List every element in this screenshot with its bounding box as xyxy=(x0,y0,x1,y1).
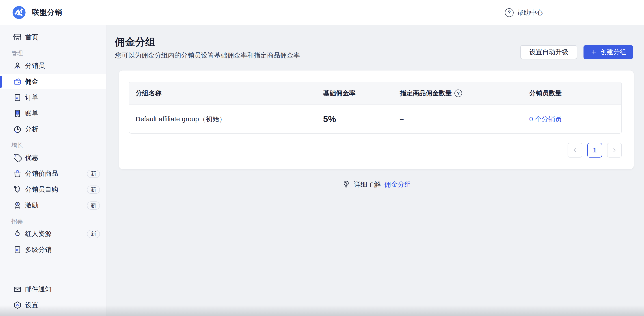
medal-icon xyxy=(13,201,22,210)
help-center-label: 帮助中心 xyxy=(517,8,543,17)
chevron-left-icon xyxy=(572,147,578,154)
sidebar-item-self-purchase[interactable]: 分销员自购 新 xyxy=(0,182,106,197)
table-row: Default affiliate group（初始） 5% – 0 个分销员 xyxy=(129,105,621,133)
sidebar-item-label: 邮件通知 xyxy=(25,285,52,294)
learn-more-link[interactable]: 佣金分组 xyxy=(384,180,411,189)
create-group-label: 创建分组 xyxy=(600,48,626,57)
column-header-product-commission-count: 指定商品佣金数量 xyxy=(394,89,523,98)
sidebar: 首页 管理 分销员 佣金 订单 $ 账单 xyxy=(0,25,106,316)
sidebar-item-settings[interactable]: 设置 xyxy=(0,298,106,313)
learn-more-row: 详细了解 佣金分组 xyxy=(119,180,634,189)
affiliate-count-link[interactable]: 0 个分销员 xyxy=(523,115,621,124)
pagination-next-button[interactable] xyxy=(607,143,622,158)
main-content: 佣金分组 您可以为佣金分组内的分销员设置基础佣金率和指定商品佣金率 设置自动升级… xyxy=(106,25,644,316)
sidebar-item-label: 佣金 xyxy=(25,77,38,86)
create-group-button[interactable]: 创建分组 xyxy=(584,45,633,59)
sidebar-item-email-notifications[interactable]: 邮件通知 xyxy=(0,282,106,297)
pagination: 1 xyxy=(568,143,622,158)
sidebar-item-label: 首页 xyxy=(25,33,38,42)
active-indicator xyxy=(0,76,2,88)
sidebar-spacer xyxy=(0,258,106,282)
help-tooltip-icon[interactable] xyxy=(454,90,462,97)
sidebar-item-affiliates[interactable]: 分销员 xyxy=(0,58,106,73)
pie-chart-icon xyxy=(13,125,22,134)
self-purchase-tag-icon xyxy=(13,185,22,194)
group-name-cell: Default affiliate group（初始） xyxy=(129,115,317,124)
new-badge: 新 xyxy=(87,170,100,178)
new-badge: 新 xyxy=(87,230,100,238)
sidebar-item-label: 账单 xyxy=(25,109,38,118)
help-question-icon xyxy=(505,8,514,17)
help-center-button[interactable]: 帮助中心 xyxy=(505,0,543,25)
svg-text:$: $ xyxy=(16,111,18,115)
sidebar-item-label: 分析 xyxy=(25,125,38,134)
lightbulb-icon xyxy=(342,180,351,189)
shopping-bag-icon xyxy=(13,169,22,178)
settings-hexagon-icon xyxy=(13,301,22,310)
sidebar-item-label: 设置 xyxy=(25,301,38,310)
auto-upgrade-label: 设置自动升级 xyxy=(529,48,568,57)
sidebar-footer: 邮件通知 设置 xyxy=(0,282,106,316)
billing-receipt-icon: $ xyxy=(13,109,22,118)
chevron-right-icon xyxy=(611,147,618,154)
pagination-prev-button[interactable] xyxy=(568,143,582,158)
sidebar-item-analytics[interactable]: 分析 xyxy=(0,122,106,137)
sidebar-section-recruit: 招募 xyxy=(0,216,106,226)
sidebar-item-discounts[interactable]: 优惠 xyxy=(0,151,106,165)
column-header-affiliate-count: 分销员数量 xyxy=(523,89,621,98)
envelope-icon xyxy=(13,285,22,294)
flame-icon xyxy=(13,229,22,239)
groups-table: 分组名称 基础佣金率 指定商品佣金数量 分销员数量 Default affili… xyxy=(129,82,622,134)
new-badge: 新 xyxy=(87,185,100,194)
pagination-page-1-button[interactable]: 1 xyxy=(587,143,602,158)
sidebar-item-affiliate-price-products[interactable]: 分销价商品 新 xyxy=(0,166,106,181)
sidebar-item-label: 优惠 xyxy=(25,153,38,162)
wallet-icon xyxy=(13,77,22,86)
column-header-label: 指定商品佣金数量 xyxy=(400,89,452,98)
app-logo-icon xyxy=(12,6,26,19)
sidebar-section-growth: 增长 xyxy=(0,140,106,150)
multi-level-document-icon xyxy=(13,245,22,254)
app-title: 联盟分销 xyxy=(32,7,62,17)
sidebar-item-label: 红人资源 xyxy=(25,229,52,238)
order-document-icon xyxy=(13,93,22,102)
sidebar-item-label: 分销员自购 xyxy=(25,185,58,194)
sidebar-item-home[interactable]: 首页 xyxy=(0,30,106,45)
sidebar-item-orders[interactable]: 订单 xyxy=(0,90,106,105)
sidebar-item-influencers[interactable]: 红人资源 新 xyxy=(0,226,106,241)
base-rate-cell: 5% xyxy=(317,114,394,124)
auto-upgrade-button[interactable]: 设置自动升级 xyxy=(520,45,577,59)
commission-groups-card: 分组名称 基础佣金率 指定商品佣金数量 分销员数量 Default affili… xyxy=(119,70,634,169)
page-header: 佣金分组 您可以为佣金分组内的分销员设置基础佣金率和指定商品佣金率 设置自动升级… xyxy=(106,25,644,59)
product-commission-count-cell: – xyxy=(394,115,523,123)
storefront-icon xyxy=(13,33,22,42)
table-header-row: 分组名称 基础佣金率 指定商品佣金数量 分销员数量 xyxy=(129,82,621,105)
user-icon xyxy=(13,61,22,70)
header-actions: 设置自动升级 创建分组 xyxy=(520,45,633,59)
sidebar-item-label: 分销价商品 xyxy=(25,169,58,178)
sidebar-item-label: 激励 xyxy=(25,201,38,210)
sidebar-item-label: 订单 xyxy=(25,93,38,102)
new-badge: 新 xyxy=(87,201,100,210)
sidebar-item-commission[interactable]: 佣金 xyxy=(0,74,106,89)
column-header-base-rate: 基础佣金率 xyxy=(317,89,394,98)
plus-icon xyxy=(590,49,598,56)
sidebar-item-billing[interactable]: $ 账单 xyxy=(0,106,106,121)
discount-tag-icon xyxy=(13,153,22,162)
sidebar-item-multi-level[interactable]: 多级分销 xyxy=(0,242,106,257)
column-header-group-name: 分组名称 xyxy=(129,89,317,98)
sidebar-item-label: 分销员 xyxy=(25,61,45,70)
learn-more-prefix: 详细了解 xyxy=(354,180,381,189)
sidebar-section-manage: 管理 xyxy=(0,48,106,58)
sidebar-item-label: 多级分销 xyxy=(25,245,52,254)
sidebar-item-incentives[interactable]: 激励 新 xyxy=(0,198,106,213)
topbar: 联盟分销 帮助中心 xyxy=(0,0,644,25)
